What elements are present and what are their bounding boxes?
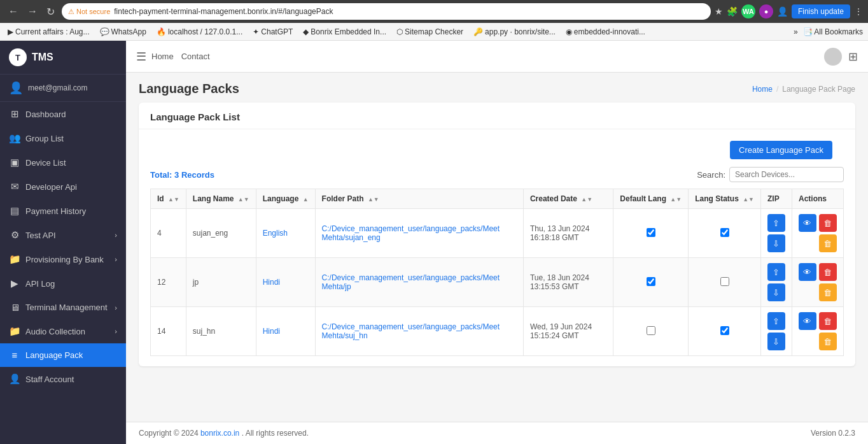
bookmark-apppy[interactable]: 🔑 app.py · bonrix/site... (471, 26, 558, 38)
cell-actions: 👁 🗑 🗑 (792, 258, 843, 307)
lang-status-checkbox[interactable] (720, 228, 729, 237)
view-button[interactable]: 👁 (799, 312, 816, 330)
app-layout: T TMS 👤 meet@gmail.com ⊞ Dashboard 👥 Gro… (0, 41, 868, 444)
topbar-avatar[interactable] (824, 48, 842, 66)
bookmark-embedded[interactable]: ◉ embedded-innovati... (563, 26, 648, 38)
delete-button[interactable]: 🗑 (819, 214, 837, 232)
sidebar-user: 👤 meet@gmail.com (0, 75, 126, 102)
lang-status-checkbox[interactable] (720, 326, 729, 335)
cell-zip: ⇧ ⇩ (760, 258, 792, 307)
zip-upload-button[interactable]: ⇧ (767, 263, 785, 281)
archive-button[interactable]: 🗑 (819, 283, 837, 301)
topbar-right: ⊞ (824, 48, 858, 66)
create-language-pack-button[interactable]: Create Language Pack (730, 141, 832, 159)
bookmarks-more[interactable]: » (794, 27, 798, 36)
delete-button[interactable]: 🗑 (819, 312, 837, 330)
chevron-right-icon: › (115, 304, 117, 312)
sidebar-item-test-api[interactable]: ⚙ Test API › (0, 223, 126, 247)
delete-button[interactable]: 🗑 (819, 263, 837, 281)
default-lang-checkbox[interactable] (647, 228, 655, 237)
cell-folder-path[interactable]: C:/Device_management_user/language_packs… (315, 307, 523, 356)
sidebar-item-provisioning[interactable]: 📁 Provisioning By Bank › (0, 247, 126, 271)
footer-link[interactable]: bonrix.co.in (200, 429, 239, 438)
breadcrumb-home-link[interactable]: Home (752, 85, 773, 94)
zip-download-button[interactable]: ⇩ (767, 283, 785, 301)
zip-download-button[interactable]: ⇩ (767, 234, 785, 252)
address-bar[interactable]: ⚠ Not secure fintech-payment-terminal-ma… (62, 3, 711, 20)
archive-button[interactable]: 🗑 (819, 333, 837, 350)
sidebar-item-staff-account[interactable]: 👤 Staff Account (0, 367, 126, 391)
cell-actions: 👁 🗑 🗑 (792, 209, 843, 258)
contact-link[interactable]: Contact (181, 52, 210, 61)
bookmark-localhost[interactable]: 🔥 localhost / 127.0.0.1... (154, 26, 245, 38)
col-folder-path[interactable]: Folder Path ▲▼ (315, 189, 523, 209)
sidebar-item-api-log[interactable]: ▶ API Log (0, 271, 126, 296)
col-lang-status[interactable]: Lang Status ▲▼ (689, 189, 761, 209)
sidebar-title: TMS (32, 52, 53, 63)
all-bookmarks[interactable]: 📑 All Bookmarks (803, 27, 863, 36)
cell-folder-path[interactable]: C:/Device_management_user/language_packs… (315, 258, 523, 307)
cell-default-lang[interactable] (613, 209, 689, 258)
default-lang-checkbox[interactable] (647, 277, 655, 286)
page-footer: Copyright © 2024 bonrix.co.in . All righ… (126, 422, 868, 444)
default-lang-checkbox[interactable] (647, 326, 655, 335)
view-button[interactable]: 👁 (799, 263, 816, 281)
menu-button[interactable]: ⋮ (854, 6, 863, 17)
bookmark-current-affairs[interactable]: ▶ Current affairs : Aug... (5, 26, 92, 38)
sidebar-item-language-pack[interactable]: ≡ Language Pack (0, 343, 126, 367)
search-input[interactable] (729, 167, 844, 182)
language-pack-table: Id ▲▼ Lang Name ▲▼ Language ▲ Folder Pat… (150, 189, 844, 356)
cell-folder-path[interactable]: C:/Device_management_user/language_packs… (315, 209, 523, 258)
sidebar-item-dashboard[interactable]: ⊞ Dashboard (0, 102, 126, 126)
hamburger-icon[interactable]: ☰ (136, 50, 146, 64)
zip-upload-button[interactable]: ⇧ (767, 312, 785, 330)
cell-lang-status[interactable] (689, 209, 761, 258)
cell-default-lang[interactable] (613, 258, 689, 307)
sidebar-item-terminal-management[interactable]: 🖥 Terminal Management › (0, 296, 126, 319)
back-button[interactable]: ← (5, 4, 22, 18)
bookmark-label: Current affairs : Aug... (15, 27, 90, 36)
home-link[interactable]: Home (151, 52, 174, 61)
col-default-lang[interactable]: Default Lang ▲▼ (613, 189, 689, 209)
cell-lang-status[interactable] (689, 258, 761, 307)
zip-upload-button[interactable]: ⇧ (767, 214, 785, 232)
col-id[interactable]: Id ▲▼ (151, 189, 186, 209)
col-lang-name[interactable]: Lang Name ▲▼ (186, 189, 256, 209)
lang-status-checkbox[interactable] (720, 277, 729, 286)
col-created-date[interactable]: Created Date ▲▼ (523, 189, 613, 209)
cell-lang-name: suj_hn (186, 307, 256, 356)
zip-download-button[interactable]: ⇩ (767, 333, 785, 350)
cell-language[interactable]: Hindi (256, 258, 315, 307)
youtube-icon: ▶ (8, 27, 13, 36)
topbar-grid-icon[interactable]: ⊞ (848, 50, 858, 64)
forward-button[interactable]: → (24, 4, 41, 18)
archive-button[interactable]: 🗑 (819, 234, 837, 252)
sidebar-item-group-list[interactable]: 👥 Group List (0, 126, 126, 150)
col-language[interactable]: Language ▲ (256, 189, 315, 209)
bookmark-sitemap[interactable]: ⬡ Sitemap Checker (394, 26, 466, 38)
cell-zip: ⇧ ⇩ (760, 209, 792, 258)
profile-button[interactable]: 👤 (777, 6, 788, 17)
sidebar-item-developer-api[interactable]: ✉ Developer Api (0, 175, 126, 199)
cell-language[interactable]: English (256, 209, 315, 258)
bookmark-whatsapp[interactable]: 💬 WhatsApp (97, 26, 149, 38)
cell-language[interactable]: Hindi (256, 307, 315, 356)
bookmark-star-button[interactable]: ★ (715, 6, 723, 17)
sidebar-item-audio-collection[interactable]: 📁 Audio Collection › (0, 319, 126, 343)
sidebar-item-payment-history[interactable]: ▤ Payment History (0, 199, 126, 223)
bookmark-bonrix[interactable]: ◆ Bonrix Embedded In... (300, 26, 389, 38)
finish-update-button[interactable]: Finish update (792, 4, 850, 18)
cell-created-date: Thu, 13 Jun 2024 16:18:18 GMT (523, 209, 613, 258)
user-email: meet@gmail.com (28, 83, 88, 92)
cell-default-lang[interactable] (613, 307, 689, 356)
refresh-button[interactable]: ↻ (43, 4, 58, 19)
whatsapp-icon: 💬 (100, 27, 109, 36)
breadcrumb: Home / Language Pack Page (752, 85, 855, 94)
sidebar-item-device-list[interactable]: ▣ Device List (0, 150, 126, 175)
bookmark-chatgpt[interactable]: ✦ ChatGPT (250, 26, 295, 38)
card-header: Language Pack List (139, 103, 855, 129)
cell-lang-status[interactable] (689, 307, 761, 356)
chevron-right-icon: › (115, 255, 117, 263)
extensions-button[interactable]: 🧩 (727, 6, 738, 17)
view-button[interactable]: 👁 (799, 214, 816, 232)
